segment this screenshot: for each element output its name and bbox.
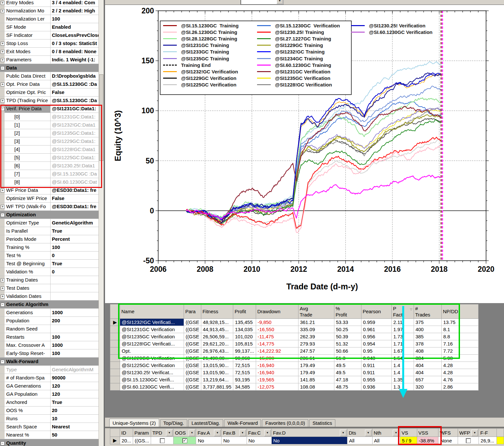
expand-plus-icon[interactable]: + bbox=[1, 58, 5, 62]
collapse-minus-icon[interactable]: − bbox=[1, 441, 5, 445]
property-value[interactable]: 1000 bbox=[51, 309, 99, 316]
property-row[interactable]: Public Data DirectD:\Dropbox\gsb\da bbox=[0, 72, 99, 80]
grid-header-oos[interactable]: OOS▼ bbox=[174, 429, 196, 437]
cell-fitness[interactable]: 44,913,45... bbox=[201, 326, 233, 333]
expand-plus-icon[interactable]: + bbox=[1, 50, 5, 54]
expand-plus-icon[interactable]: + bbox=[1, 295, 5, 299]
row-selector[interactable] bbox=[110, 369, 120, 376]
cell-trades[interactable]: 400 bbox=[414, 326, 441, 333]
checkbox-unchecked[interactable] bbox=[466, 438, 471, 443]
row-selector[interactable] bbox=[110, 355, 120, 362]
property-row[interactable]: SF IndicatorCloseLessPrevClose bbox=[0, 31, 99, 39]
cell-param[interactable]: ((GS... bbox=[133, 437, 151, 444]
expand-plus-icon[interactable]: + bbox=[1, 278, 5, 282]
grid-header-blank[interactable] bbox=[110, 429, 120, 437]
cell-pearson[interactable]: 0.954 bbox=[361, 340, 391, 347]
cell-trades[interactable]: 408 bbox=[414, 347, 441, 355]
column-header-selector[interactable] bbox=[110, 304, 120, 319]
row-selector[interactable] bbox=[110, 347, 120, 355]
cell-para[interactable]: ((GSE bbox=[184, 362, 201, 369]
filter-dropdown-icon[interactable]: ▼ bbox=[471, 430, 478, 436]
cell-trades[interactable]: 404 bbox=[414, 369, 441, 376]
cell-profit[interactable]: 72,515 bbox=[233, 369, 256, 376]
cell-name[interactable]: @SI1232!GC Verificati... bbox=[120, 319, 184, 326]
cell-pprofit[interactable]: 51.3 bbox=[334, 355, 361, 362]
cell-pfact[interactable]: 1.4 bbox=[391, 362, 414, 369]
property-value[interactable] bbox=[51, 292, 99, 300]
property-row[interactable]: +WF Price Data@ESD30:Data1: fre bbox=[0, 186, 99, 194]
cell-profit[interactable]: 90,860 bbox=[233, 355, 256, 362]
property-row[interactable]: Optimizer TypeGeneticAlgorithm bbox=[0, 219, 99, 227]
cell-fitness[interactable]: 29,621,20... bbox=[201, 340, 233, 347]
cell-pfact[interactable]: 1.3 bbox=[391, 383, 414, 391]
filter-dropdown-icon[interactable]: ▼ bbox=[340, 430, 346, 436]
property-row[interactable]: TypeGeneticAlgorithmM bbox=[0, 366, 99, 374]
cell-pfact[interactable]: 1.54 bbox=[391, 355, 414, 362]
chevron-down-icon[interactable]: ▼ bbox=[277, 0, 283, 4]
cell-fitness[interactable]: 26,506,59... bbox=[201, 333, 233, 340]
property-row[interactable]: [7]@SI.15.1230GC :Da bbox=[0, 170, 99, 178]
property-value[interactable]: 50 bbox=[51, 431, 99, 439]
property-value[interactable]: Enabled bbox=[51, 23, 99, 31]
cell-vss[interactable]: -38.8% bbox=[417, 437, 438, 444]
property-row[interactable]: +WF TPD (Walk-Fo@ESD30:Data1: fre bbox=[0, 203, 99, 211]
table-row[interactable]: @SI1231GC Verification((GSE44,913,45...1… bbox=[110, 326, 479, 333]
cell-checkbox[interactable]: ✓ bbox=[174, 437, 196, 444]
property-value[interactable]: GeneticAlgorithm bbox=[51, 219, 99, 227]
cell-pfact[interactable]: 1.67 bbox=[391, 347, 414, 355]
property-row[interactable]: OOS %20 bbox=[0, 407, 99, 415]
property-row[interactable]: +Training Dates bbox=[0, 276, 99, 284]
tab-favorites-0-0-0-0-[interactable]: Favorites (0,0,0,0) bbox=[262, 419, 308, 427]
expand-plus-icon[interactable]: + bbox=[1, 189, 5, 192]
property-row[interactable]: +Normalization Mo2 / 2 enabled: High bbox=[0, 7, 99, 15]
cell-extra[interactable] bbox=[497, 437, 504, 444]
cell-avg[interactable]: 262.39 bbox=[298, 333, 334, 340]
cell-pprofit[interactable]: 48.75 bbox=[334, 383, 361, 391]
property-row[interactable]: SF ModeEnabled bbox=[0, 23, 99, 31]
cell-profit[interactable]: 72,515 bbox=[233, 362, 256, 369]
property-row[interactable]: Max. Crossover A1000 bbox=[0, 341, 99, 349]
property-value[interactable]: 0 / 8 enabled: None bbox=[51, 48, 99, 55]
property-value[interactable]: @SI1229GC:Data1: bbox=[51, 137, 99, 145]
panel-divider[interactable] bbox=[104, 0, 104, 446]
property-row[interactable]: Runs10 bbox=[0, 415, 99, 423]
cell-trades[interactable]: 404 bbox=[414, 362, 441, 369]
property-row[interactable]: GA Population120 bbox=[0, 390, 99, 398]
cell-pprofit[interactable]: 47.18 bbox=[334, 376, 361, 383]
cell-name[interactable]: @SI1225GC Verification bbox=[120, 362, 184, 369]
property-value[interactable]: @SI1231GC:Data1: bbox=[51, 105, 99, 113]
property-row[interactable]: [6]@SI1230.25!:Data1 bbox=[0, 162, 99, 170]
property-value[interactable]: @SI1228!GC:Data1 bbox=[51, 146, 99, 153]
cell-fav-b[interactable]: No bbox=[221, 437, 247, 444]
cell-drawdown[interactable]: -16,940 bbox=[256, 362, 298, 369]
property-value[interactable]: 0 bbox=[51, 252, 99, 259]
table-row[interactable]: @SI1230.25! Verificat...((GSE13,015,90..… bbox=[110, 369, 479, 376]
cell-fav-a[interactable]: No bbox=[196, 437, 221, 444]
cell-npdd[interactable]: 2.86 bbox=[441, 383, 478, 391]
column-header-%[interactable]: %Profit bbox=[334, 304, 361, 319]
filter-dropdown-icon[interactable]: ▼ bbox=[393, 430, 399, 436]
cell-checkbox[interactable] bbox=[151, 437, 174, 444]
grid-header-wfs[interactable]: WFS bbox=[438, 429, 458, 437]
cell-f-f[interactable]: 26,9... bbox=[479, 437, 497, 444]
property-row[interactable]: +TPD (Trading Price@SI.15.1230GC :Da bbox=[0, 97, 99, 105]
property-value[interactable]: True bbox=[51, 260, 99, 268]
tab-top-diag-[interactable]: Top/Diag. bbox=[160, 419, 187, 427]
filter-dropdown-icon[interactable]: ▼ bbox=[189, 430, 195, 436]
checkbox-unchecked[interactable] bbox=[160, 438, 165, 443]
cell-avg[interactable]: 108.08 bbox=[298, 383, 334, 391]
property-value[interactable]: True bbox=[51, 227, 99, 235]
property-value[interactable]: 120 bbox=[51, 382, 99, 390]
cell-pfact[interactable]: 1.97 bbox=[391, 326, 414, 333]
property-row[interactable]: +ParametersIndic. 1 Weight (-1: bbox=[0, 56, 99, 64]
property-value[interactable]: @SI.15.1230GC :Da bbox=[51, 170, 99, 178]
property-row[interactable]: +Test Dates bbox=[0, 284, 99, 292]
property-section-genetic-algorithm[interactable]: −Genetic Algorithm bbox=[0, 300, 99, 309]
cell-drawdown[interactable]: -19,565 bbox=[256, 376, 298, 383]
collapse-minus-icon[interactable]: − bbox=[1, 360, 5, 364]
filter-dropdown-icon[interactable]: ▼ bbox=[166, 430, 173, 436]
cell-pprofit[interactable]: 49.5 bbox=[334, 362, 361, 369]
scrollbar-thumb[interactable] bbox=[99, 74, 103, 161]
cell-fitness[interactable]: 26,976,43... bbox=[201, 347, 233, 355]
property-section-optimization[interactable]: −Optimization bbox=[0, 211, 99, 219]
